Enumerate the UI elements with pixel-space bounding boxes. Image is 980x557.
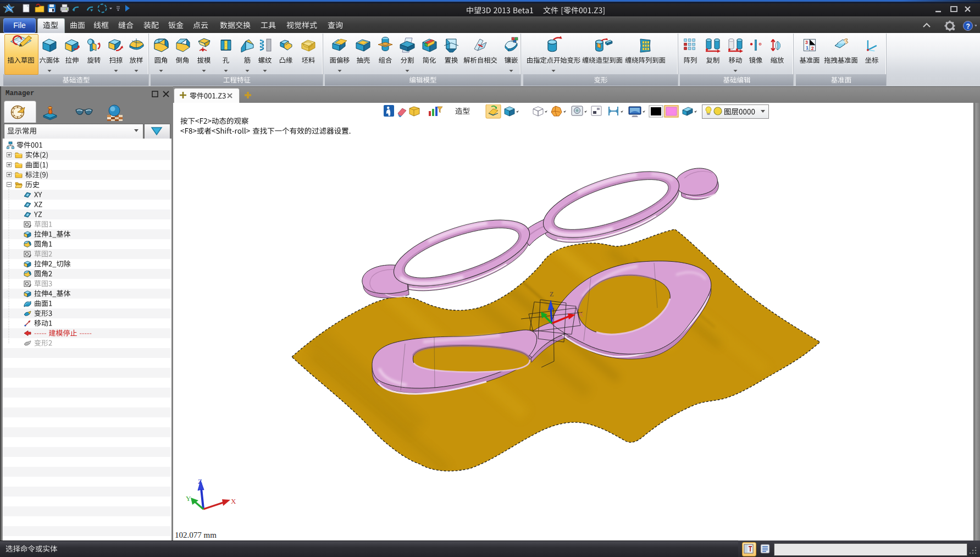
svg-text:102.077 mm: 102.077 mm: [175, 531, 217, 539]
svg-text:Z: Z: [550, 290, 553, 298]
svg-text:X: X: [579, 311, 584, 318]
svg-text:?: ?: [966, 23, 970, 30]
svg-text:Y: Y: [186, 494, 191, 503]
svg-text:Z: Z: [198, 477, 202, 486]
svg-text:X: X: [231, 497, 236, 505]
